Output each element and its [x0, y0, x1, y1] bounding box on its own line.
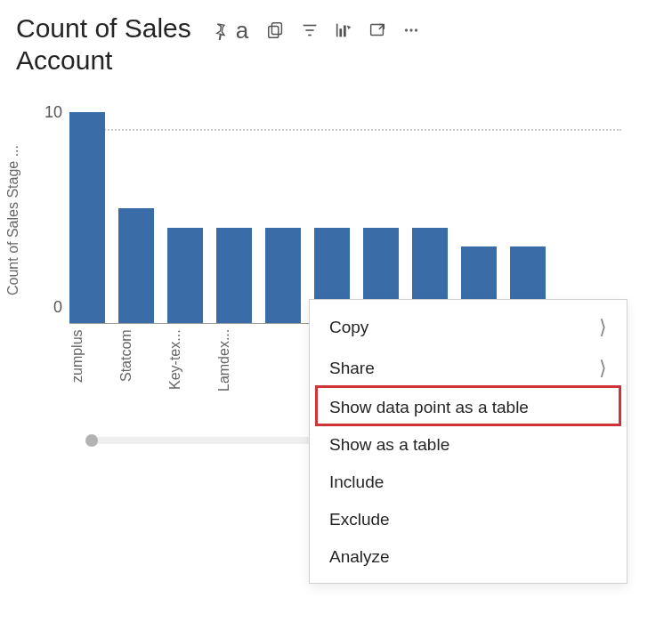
svg-point-11 [410, 28, 413, 31]
menu-item-share[interactable]: Share ⟩ [310, 348, 627, 389]
y-tick-10: 10 [45, 103, 62, 122]
bar[interactable] [118, 208, 154, 324]
svg-point-12 [415, 28, 417, 31]
menu-label: Analyze [329, 547, 390, 567]
filter-icon[interactable] [299, 20, 320, 41]
y-tick-0: 0 [53, 298, 62, 317]
x-tick-label: Statcom [118, 329, 154, 409]
visual-toolbar: a [209, 17, 422, 44]
svg-rect-6 [340, 28, 343, 36]
visual-header: Count of Sales a [0, 0, 672, 82]
menu-item-copy[interactable]: Copy ⟩ [310, 307, 627, 348]
menu-item-analyze[interactable]: Analyze [310, 538, 627, 576]
svg-rect-8 [371, 25, 384, 36]
bar[interactable] [216, 228, 252, 324]
chevron-right-icon: ⟩ [599, 316, 607, 339]
chart-title-line2: Account [16, 44, 656, 77]
context-menu: Copy ⟩ Share ⟩ Show data point as a tabl… [309, 299, 627, 584]
personalize-icon[interactable] [333, 20, 354, 41]
chart-title-line1: Count of Sales [16, 12, 191, 44]
x-tick-label: Lamdex... [216, 329, 252, 409]
bar[interactable] [265, 228, 301, 324]
menu-item-include[interactable]: Include [310, 464, 627, 501]
menu-label: Copy [329, 318, 368, 337]
x-tick-label [265, 329, 301, 409]
chevron-right-icon: ⟩ [599, 357, 607, 380]
pin-icon[interactable] [209, 20, 231, 41]
more-options-icon[interactable] [401, 20, 422, 41]
menu-label: Show as a table [329, 435, 449, 455]
svg-point-10 [405, 28, 408, 31]
svg-rect-0 [272, 23, 282, 35]
menu-label: Share [329, 359, 375, 378]
menu-label: Show data point as a table [329, 398, 529, 417]
menu-item-exclude[interactable]: Exclude [310, 501, 627, 538]
copy-visual-icon[interactable] [265, 20, 287, 41]
menu-item-show-table[interactable]: Show as a table [310, 426, 627, 464]
menu-label: Exclude [329, 510, 390, 529]
truncated-title-glyph: a [236, 17, 246, 44]
scrollbar-thumb[interactable] [85, 434, 98, 447]
bar[interactable] [167, 228, 203, 324]
focus-mode-icon[interactable] [367, 20, 388, 41]
y-axis-label: Count of Sales Stage ... [5, 145, 21, 295]
svg-rect-7 [344, 26, 346, 37]
bar[interactable] [69, 112, 105, 324]
bars-container [69, 112, 546, 324]
x-tick-label: Key-tex... [167, 329, 203, 409]
svg-rect-1 [269, 26, 279, 37]
x-tick-label: zumplus [69, 329, 105, 409]
plot-area: 10 0 [69, 93, 621, 324]
menu-label: Include [329, 472, 384, 492]
menu-item-show-data-point[interactable]: Show data point as a table [310, 389, 627, 426]
